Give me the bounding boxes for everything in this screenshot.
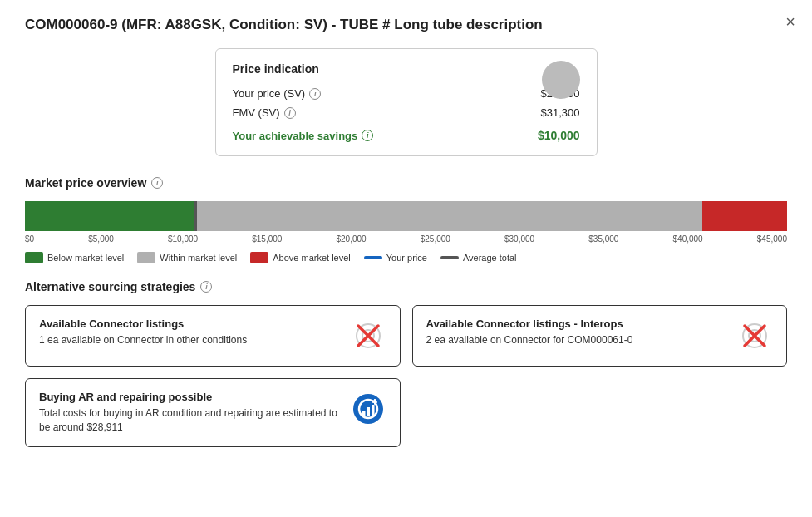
axis-label-40k: $40,000 [673,234,703,244]
strategy-card-connector-listings[interactable]: Available Connector listings 1 ea availa… [25,305,401,367]
price-card: Price indication Your price (SV) i $21,3… [215,48,598,156]
legend-above-market-label: Above market level [273,253,351,263]
savings-label: Your achievable savings [233,130,358,142]
avatar [542,61,580,99]
connector-interops-content: Available Connector listings - Interops … [426,318,729,347]
savings-value: $10,000 [538,129,580,142]
legend-your-price: Your price [364,253,427,263]
repair-content: Buying AR and repairing possible Total c… [39,391,342,435]
savings-row: Your achievable savings i $10,000 [233,126,580,142]
bar-above-market [702,201,787,231]
alt-sourcing-header: Alternative sourcing strategies i [25,280,787,293]
legend-your-price-label: Your price [386,253,427,263]
market-overview-title: Market price overview [25,176,146,190]
connector-interops-icon [736,318,773,354]
strategy-cards-grid: Available Connector listings 1 ea availa… [25,305,787,447]
your-price-row: Your price (SV) i $21,300 [233,87,580,100]
bar-within-market [194,201,703,231]
axis-label-15k: $15,000 [252,234,282,244]
connector-interops-title: Available Connector listings - Interops [426,318,729,330]
market-overview-info-icon[interactable]: i [151,177,163,189]
strategy-card-repair[interactable]: Buying AR and repairing possible Total c… [25,378,401,447]
chart-axis: $0 $5,000 $10,000 $15,000 $20,000 $25,00… [25,234,787,244]
legend-average-total-label: Average total [463,253,517,263]
svg-rect-11 [367,407,370,416]
legend-average-total: Average total [440,253,517,263]
price-card-header: Price indication [233,62,580,76]
strategy-card-connector-interops[interactable]: Available Connector listings - Interops … [412,305,788,367]
close-button[interactable]: × [785,13,795,30]
fmv-row: FMV (SV) i $31,300 [233,106,580,119]
alt-sourcing-title: Alternative sourcing strategies [25,280,195,293]
market-price-chart: $0 $5,000 $10,000 $15,000 $20,000 $25,00… [25,201,787,263]
page-title: COM000060-9 (MFR: A88GSK, Condition: SV)… [25,17,787,33]
axis-label-30k: $30,000 [504,234,534,244]
fmv-label: FMV (SV) [233,106,280,119]
legend-below-market-box [25,252,43,263]
repair-title: Buying AR and repairing possible [39,391,342,403]
chart-bar [25,201,787,231]
legend-your-price-line [364,256,382,259]
legend-within-market-label: Within market level [160,253,237,263]
chart-legend: Below market level Within market level A… [25,252,787,263]
axis-label-25k: $25,000 [421,234,450,244]
axis-label-20k: $20,000 [336,234,366,244]
legend-below-market: Below market level [25,252,124,263]
repair-icon [350,391,386,427]
connector-listings-desc: 1 ea available on Connector in other con… [39,333,342,347]
bar-below-market [25,201,194,231]
svg-rect-12 [372,405,375,416]
legend-average-total-line [440,256,459,259]
legend-above-market-box [250,252,268,263]
axis-label-5k: $5,000 [88,234,114,244]
your-price-label: Your price (SV) [233,87,306,100]
connector-interops-svg [736,318,773,354]
average-total-line [194,201,197,231]
fmv-info-icon[interactable]: i [284,107,296,119]
axis-label-45k: $45,000 [757,234,787,244]
savings-info-icon[interactable]: i [362,130,373,141]
connector-listings-content: Available Connector listings 1 ea availa… [39,318,342,347]
repair-desc: Total costs for buying in AR condition a… [39,406,342,435]
connector-listings-title: Available Connector listings [39,318,342,330]
your-price-info-icon[interactable]: i [309,88,321,100]
axis-label-35k: $35,000 [588,234,618,244]
repair-svg [350,391,386,427]
alt-sourcing-info-icon[interactable]: i [200,281,212,293]
axis-label-0: $0 [25,234,34,244]
svg-rect-10 [362,411,366,416]
market-overview-header: Market price overview i [25,176,787,190]
connector-x-svg [350,318,386,354]
legend-above-market: Above market level [250,252,351,263]
connector-interops-desc: 2 ea available on Connector for COM00006… [426,333,729,347]
legend-below-market-label: Below market level [47,253,124,263]
axis-label-10k: $10,000 [168,234,198,244]
connector-listings-icon [350,318,386,354]
fmv-value: $31,300 [541,106,580,119]
legend-within-market: Within market level [137,252,237,263]
legend-within-market-box [137,252,155,263]
